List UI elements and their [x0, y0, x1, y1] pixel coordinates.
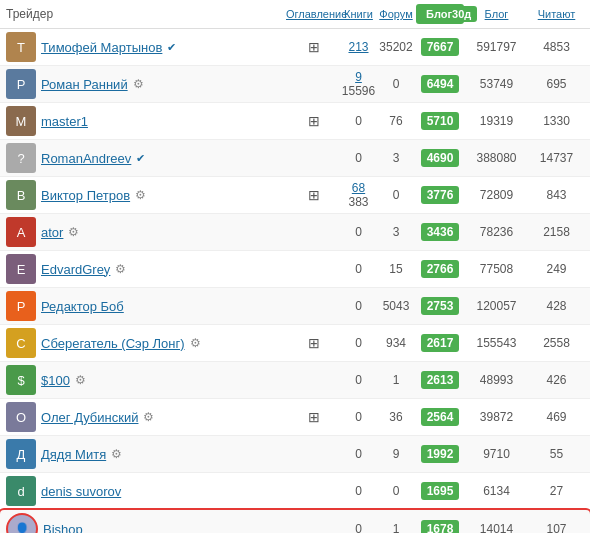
books-link[interactable]: 9 [355, 70, 362, 84]
toc-icon[interactable]: ⊞ [308, 335, 320, 351]
header-blog[interactable]: Блог [464, 8, 529, 20]
username[interactable]: RomanAndreev [41, 151, 131, 166]
avatar: E [6, 254, 36, 284]
avatar: О [6, 402, 36, 432]
forum-cell: 0 [376, 188, 416, 202]
username[interactable]: Редактор Боб [41, 299, 124, 314]
blog30-cell: 5710 [416, 112, 464, 130]
leaderboard-container: Трейдер Оглавление Книги Форум Блог30д Б… [0, 0, 590, 533]
toc-icon[interactable]: ⊞ [308, 409, 320, 425]
books-val: 0 [355, 299, 362, 313]
settings-icon[interactable]: ⚙ [68, 225, 79, 239]
blog30-badge: 2613 [421, 371, 460, 389]
books-val: 0 [355, 114, 362, 128]
user-name-cell: d denis suvorov [6, 476, 286, 506]
user-name-cell: В Виктор Петров ⚙ [6, 180, 286, 210]
avatar: Р [6, 69, 36, 99]
verified-icon: ✔ [136, 152, 145, 165]
books-link[interactable]: 213 [348, 40, 368, 54]
settings-icon[interactable]: ⚙ [135, 188, 146, 202]
header-blog30[interactable]: Блог30д [416, 4, 464, 24]
readers-cell: 55 [529, 447, 584, 461]
username[interactable]: Тимофей Мартынов [41, 40, 162, 55]
books-val: 0 [355, 410, 362, 424]
table-header: Трейдер Оглавление Книги Форум Блог30д Б… [0, 0, 590, 29]
user-name-cell: M master1 [6, 106, 286, 136]
blog30-cell: 1992 [416, 445, 464, 463]
readers-cell: 14737 [529, 151, 584, 165]
settings-icon[interactable]: ⚙ [115, 262, 126, 276]
blog-cell: 78236 [464, 225, 529, 239]
books-cell: 0 [341, 114, 376, 128]
toc-cell: ⊞ [286, 335, 341, 351]
forum-cell: 3 [376, 225, 416, 239]
username[interactable]: EdvardGrey [41, 262, 110, 277]
books-val: 0 [355, 522, 362, 533]
user-name-cell: Р Роман Ранний ⚙ [6, 69, 286, 99]
table-row: 👤 Bishop 0 1 1678 14014 107 [0, 510, 590, 533]
toc-icon[interactable]: ⊞ [308, 39, 320, 55]
toc-cell: ⊞ [286, 113, 341, 129]
username[interactable]: master1 [41, 114, 88, 129]
readers-cell: 695 [529, 77, 584, 91]
username[interactable]: Сберегатель (Сэр Лонг) [41, 336, 185, 351]
toc-icon[interactable]: ⊞ [308, 113, 320, 129]
table-row: E EdvardGrey ⚙ 0 15 2766 77508 249 [0, 251, 590, 288]
books-val: 0 [355, 262, 362, 276]
books-cell: 0 [341, 410, 376, 424]
blog30-badge: 6494 [421, 75, 460, 93]
user-name-cell: ? RomanAndreev ✔ [6, 143, 286, 173]
books-cell: 0 [341, 151, 376, 165]
books-cell: 0 [341, 225, 376, 239]
blog30-cell: 3776 [416, 186, 464, 204]
toc-icon[interactable]: ⊞ [308, 187, 320, 203]
username[interactable]: Роман Ранний [41, 77, 128, 92]
blog30-badge: 2753 [421, 297, 460, 315]
username[interactable]: Bishop [43, 522, 83, 534]
books-cell: 0 [341, 299, 376, 313]
readers-cell: 2158 [529, 225, 584, 239]
blog30-cell: 3436 [416, 223, 464, 241]
settings-icon[interactable]: ⚙ [143, 410, 154, 424]
blog-cell: 14014 [464, 522, 529, 533]
blog-cell: 6134 [464, 484, 529, 498]
blog30-badge: 4690 [421, 149, 460, 167]
username[interactable]: Олег Дубинский [41, 410, 138, 425]
blog-cell: 591797 [464, 40, 529, 54]
blog30-cell: 1695 [416, 482, 464, 500]
username[interactable]: Дядя Митя [41, 447, 106, 462]
readers-cell: 843 [529, 188, 584, 202]
settings-icon[interactable]: ⚙ [133, 77, 144, 91]
books-val: 0 [355, 484, 362, 498]
header-toc[interactable]: Оглавление [286, 8, 341, 20]
books-cell: 0 [341, 336, 376, 350]
blog-cell: 53749 [464, 77, 529, 91]
settings-icon[interactable]: ⚙ [75, 373, 86, 387]
books-cell: 9 15596 [341, 70, 376, 98]
table-row: О Олег Дубинский ⚙ ⊞ 0 36 2564 39872 469 [0, 399, 590, 436]
settings-icon[interactable]: ⚙ [190, 336, 201, 350]
forum-cell: 5043 [376, 299, 416, 313]
username[interactable]: Виктор Петров [41, 188, 130, 203]
avatar: Р [6, 291, 36, 321]
forum-cell: 9 [376, 447, 416, 461]
readers-cell: 428 [529, 299, 584, 313]
readers-cell: 27 [529, 484, 584, 498]
blog-cell: 388080 [464, 151, 529, 165]
table-row: Р Редактор Боб 0 5043 2753 120057 428 [0, 288, 590, 325]
avatar: A [6, 217, 36, 247]
forum-cell: 1 [376, 373, 416, 387]
header-books[interactable]: Книги [341, 8, 376, 20]
blog30-badge: 2564 [421, 408, 460, 426]
settings-icon[interactable]: ⚙ [111, 447, 122, 461]
header-readers[interactable]: Читают [529, 8, 584, 20]
header-forum[interactable]: Форум [376, 8, 416, 20]
username[interactable]: ator [41, 225, 63, 240]
books-link[interactable]: 68 [352, 181, 365, 195]
user-name-cell: 👤 Bishop [6, 513, 286, 533]
username[interactable]: denis suvorov [41, 484, 121, 499]
toc-cell: ⊞ [286, 39, 341, 55]
blog30-cell: 2753 [416, 297, 464, 315]
username[interactable]: $100 [41, 373, 70, 388]
forum-cell: 15 [376, 262, 416, 276]
